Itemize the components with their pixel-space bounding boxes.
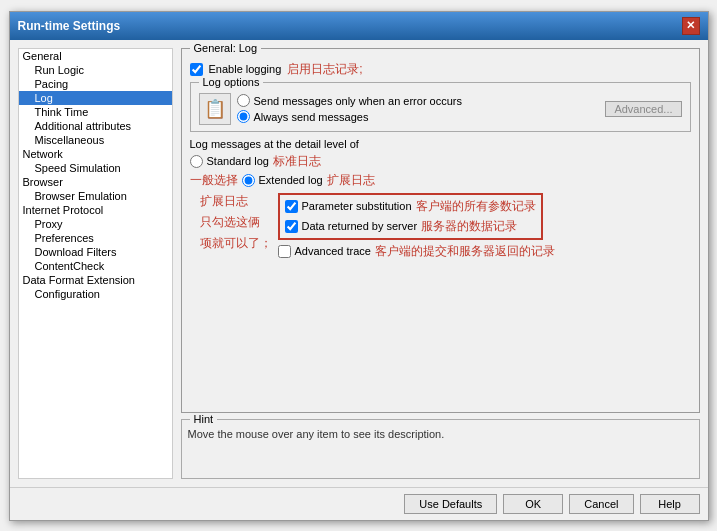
data-returned-checkbox[interactable] xyxy=(285,220,298,233)
radio-standard[interactable] xyxy=(190,155,203,168)
hint-group: Hint Move the mouse over any item to see… xyxy=(181,419,700,479)
sidebar-item-pacing[interactable]: Pacing xyxy=(19,77,172,91)
param-sub-annotation: 客户端的所有参数记录 xyxy=(416,198,536,215)
enable-logging-checkbox[interactable] xyxy=(190,63,203,76)
param-sub-row: Parameter substitution 客户端的所有参数记录 xyxy=(285,198,536,215)
close-button[interactable]: ✕ xyxy=(682,17,700,35)
right-panel: General: Log Enable logging 启用日志记录; Log … xyxy=(181,48,700,479)
general-log-group: General: Log Enable logging 启用日志记录; Log … xyxy=(181,48,700,413)
extended-log-annotation: 扩展日志 xyxy=(327,172,375,189)
extended-log-row: Extended log 扩展日志 xyxy=(242,172,375,189)
sidebar-item-network[interactable]: Network xyxy=(19,147,172,161)
standard-log-annotation: 标准日志 xyxy=(273,153,321,170)
hint-text: Move the mouse over any item to see its … xyxy=(188,428,693,440)
sidebar-item-proxy[interactable]: Proxy xyxy=(19,217,172,231)
help-button[interactable]: Help xyxy=(640,494,700,514)
tree-panel: General Run Logic Pacing Log Think Time … xyxy=(18,48,173,479)
log-options-group: Log options 📋 Send messages only when an… xyxy=(190,82,691,132)
sidebar-item-additional-attributes[interactable]: Additional attributes xyxy=(19,119,172,133)
sidebar-item-configuration[interactable]: Configuration xyxy=(19,287,172,301)
enable-logging-annotation: 启用日志记录; xyxy=(287,61,362,78)
log-icon: 📋 xyxy=(199,93,231,125)
extended-log-label: Extended log xyxy=(259,174,323,186)
radio-error-row: Send messages only when an error occurs xyxy=(237,94,463,107)
sidebar-item-speed-simulation[interactable]: Speed Simulation xyxy=(19,161,172,175)
radio-extended[interactable] xyxy=(242,174,255,187)
advanced-button[interactable]: Advanced... xyxy=(605,101,681,117)
red-box: Parameter substitution 客户端的所有参数记录 Data r… xyxy=(278,193,543,240)
sidebar-item-internet-protocol[interactable]: Internet Protocol xyxy=(19,203,172,217)
sidebar-item-preferences[interactable]: Preferences xyxy=(19,231,172,245)
dialog-window: Run-time Settings ✕ General Run Logic Pa… xyxy=(9,11,709,521)
radio-options: Send messages only when an error occurs … xyxy=(237,94,463,123)
general-log-title: General: Log xyxy=(190,42,262,54)
log-icon-symbol: 📋 xyxy=(204,98,226,120)
ok-button[interactable]: OK xyxy=(503,494,563,514)
only-check-annotation: 只勾选这俩 xyxy=(200,214,272,231)
enable-logging-row: Enable logging 启用日志记录; xyxy=(190,61,691,78)
dialog-footer: Use Defaults OK Cancel Help xyxy=(10,487,708,520)
red-outline-sub-options: Parameter substitution 客户端的所有参数记录 Data r… xyxy=(278,193,555,260)
detail-options: Standard log 标准日志 一般选择 Extended log 扩展日志 xyxy=(190,153,691,189)
advanced-trace-row: Advanced trace 客户端的提交和服务器返回的记录 xyxy=(278,243,555,260)
radio-error-only[interactable] xyxy=(237,94,250,107)
sub-options-container: 扩展日志 只勾选这俩 项就可以了； Parameter substitution… xyxy=(200,193,691,260)
advanced-trace-checkbox[interactable] xyxy=(278,245,291,258)
param-sub-checkbox[interactable] xyxy=(285,200,298,213)
advanced-trace-label: Advanced trace xyxy=(295,245,371,257)
general-select-annotation: 一般选择 xyxy=(190,172,238,189)
radio-always-label: Always send messages xyxy=(254,111,369,123)
param-sub-label: Parameter substitution xyxy=(302,200,412,212)
dialog-title: Run-time Settings xyxy=(18,19,121,33)
detail-level-label: Log messages at the detail level of xyxy=(190,138,691,150)
sidebar-item-general[interactable]: General xyxy=(19,49,172,63)
sidebar-item-think-time[interactable]: Think Time xyxy=(19,105,172,119)
item-end-annotation: 项就可以了； xyxy=(200,235,272,252)
sidebar-item-browser[interactable]: Browser xyxy=(19,175,172,189)
standard-log-label: Standard log xyxy=(207,155,269,167)
enable-logging-label: Enable logging xyxy=(209,63,282,75)
sidebar-item-run-logic[interactable]: Run Logic xyxy=(19,63,172,77)
sidebar-item-miscellaneous[interactable]: Miscellaneous xyxy=(19,133,172,147)
sidebar-item-data-format-extension[interactable]: Data Format Extension xyxy=(19,273,172,287)
sidebar-item-log[interactable]: Log xyxy=(19,91,172,105)
radio-always[interactable] xyxy=(237,110,250,123)
use-defaults-button[interactable]: Use Defaults xyxy=(404,494,497,514)
left-annotations: 扩展日志 只勾选这俩 项就可以了； xyxy=(200,193,272,252)
data-returned-label: Data returned by server xyxy=(302,220,418,232)
title-bar: Run-time Settings ✕ xyxy=(10,12,708,40)
extended-log-row-wrapper: 一般选择 Extended log 扩展日志 xyxy=(190,172,691,189)
radio-always-row: Always send messages xyxy=(237,110,463,123)
data-returned-annotation: 服务器的数据记录 xyxy=(421,218,517,235)
advanced-trace-annotation: 客户端的提交和服务器返回的记录 xyxy=(375,243,555,260)
sidebar-item-download-filters[interactable]: Download Filters xyxy=(19,245,172,259)
data-returned-row: Data returned by server 服务器的数据记录 xyxy=(285,218,536,235)
radio-error-label: Send messages only when an error occurs xyxy=(254,95,463,107)
sidebar-item-browser-emulation[interactable]: Browser Emulation xyxy=(19,189,172,203)
log-options-title: Log options xyxy=(199,76,264,88)
dialog-body: General Run Logic Pacing Log Think Time … xyxy=(10,40,708,487)
standard-log-row: Standard log 标准日志 xyxy=(190,153,691,170)
detail-group: Log messages at the detail level of Stan… xyxy=(190,138,691,260)
extended-annotation2: 扩展日志 xyxy=(200,193,272,210)
cancel-button[interactable]: Cancel xyxy=(569,494,633,514)
hint-title: Hint xyxy=(190,413,218,425)
sidebar-item-content-check[interactable]: ContentCheck xyxy=(19,259,172,273)
